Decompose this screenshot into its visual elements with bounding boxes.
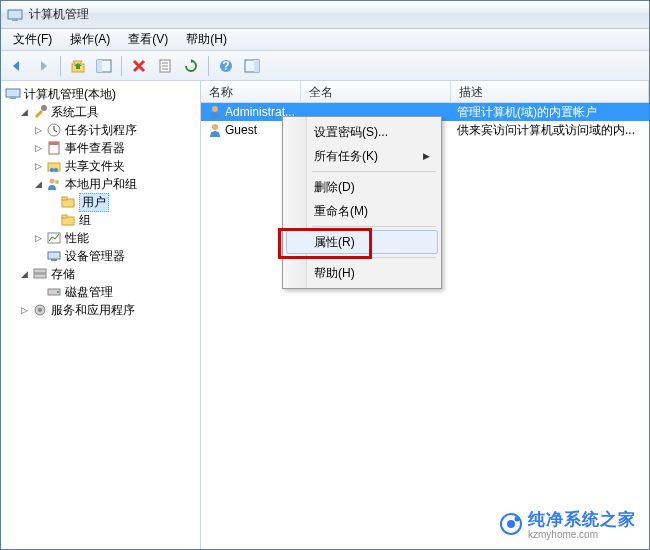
menubar: 文件(F) 操作(A) 查看(V) 帮助(H): [1, 29, 649, 51]
svg-rect-1: [12, 19, 18, 21]
menu-help[interactable]: 帮助(H): [286, 261, 438, 285]
tree-label: 事件查看器: [65, 140, 125, 157]
svg-rect-12: [254, 60, 259, 72]
refresh-button[interactable]: [179, 54, 203, 78]
menu-delete[interactable]: 删除(D): [286, 175, 438, 199]
tree-label: 任务计划程序: [65, 122, 137, 139]
svg-point-37: [212, 106, 218, 112]
properties-button[interactable]: [153, 54, 177, 78]
svg-point-20: [50, 168, 54, 172]
tree-label: 磁盘管理: [65, 284, 113, 301]
tree-label: 性能: [65, 230, 89, 247]
up-button[interactable]: [66, 54, 90, 78]
toolbar-separator: [60, 56, 61, 76]
user-icon: [207, 122, 223, 138]
menu-properties[interactable]: 属性(R): [286, 230, 438, 254]
show-hide-tree-button[interactable]: [92, 54, 116, 78]
column-description[interactable]: 描述: [451, 81, 649, 102]
tree-label: 组: [79, 212, 91, 229]
tree-label: 共享文件夹: [65, 158, 125, 175]
menu-label: 帮助(H): [314, 265, 355, 282]
tree-label: 系统工具: [51, 104, 99, 121]
svg-point-23: [55, 180, 59, 184]
tree-storage[interactable]: ◢ 存储: [3, 265, 198, 283]
tree-label: 本地用户和组: [65, 176, 137, 193]
tools-icon: [32, 104, 48, 120]
svg-rect-27: [62, 215, 67, 218]
shared-folder-icon: [46, 158, 62, 174]
menu-help[interactable]: 帮助(H): [178, 29, 235, 50]
menu-label: 所有任务(K): [314, 148, 378, 165]
menu-action[interactable]: 操作(A): [62, 29, 118, 50]
tree-label: 服务和应用程序: [51, 302, 135, 319]
tree-label: 存储: [51, 266, 75, 283]
svg-text:?: ?: [222, 59, 229, 73]
expand-spacer: [33, 251, 44, 262]
cell-description: 管理计算机(域)的内置帐户: [451, 104, 649, 121]
expand-spacer: [33, 287, 44, 298]
context-menu: 设置密码(S)... 所有任务(K)▶ 删除(D) 重命名(M) 属性(R) 帮…: [282, 116, 442, 289]
tree-services-apps[interactable]: ▷ 服务和应用程序: [3, 301, 198, 319]
tree-local-users[interactable]: ◢ 本地用户和组: [3, 175, 198, 193]
delete-button[interactable]: [127, 54, 151, 78]
tree-device-manager[interactable]: 设备管理器: [3, 247, 198, 265]
collapse-icon[interactable]: ◢: [19, 269, 30, 280]
svg-rect-32: [34, 274, 46, 278]
forward-button[interactable]: [31, 54, 55, 78]
menu-view[interactable]: 查看(V): [120, 29, 176, 50]
tree-event-viewer[interactable]: ▷ 事件查看器: [3, 139, 198, 157]
expand-spacer: [47, 215, 58, 226]
menu-label: 删除(D): [314, 179, 355, 196]
menu-set-password[interactable]: 设置密码(S)...: [286, 120, 438, 144]
tree-disk-management[interactable]: 磁盘管理: [3, 283, 198, 301]
column-name[interactable]: 名称: [201, 81, 301, 102]
collapse-icon[interactable]: ◢: [33, 179, 44, 190]
tree-task-scheduler[interactable]: ▷ 任务计划程序: [3, 121, 198, 139]
svg-rect-29: [48, 252, 60, 259]
svg-rect-30: [51, 259, 57, 261]
device-icon: [46, 248, 62, 264]
context-menu-separator: [312, 257, 436, 258]
expand-icon[interactable]: ▷: [33, 233, 44, 244]
menu-file[interactable]: 文件(F): [5, 29, 60, 50]
svg-rect-31: [34, 269, 46, 273]
clock-icon: [46, 122, 62, 138]
tree-system-tools[interactable]: ◢ 系统工具: [3, 103, 198, 121]
svg-point-36: [38, 308, 42, 312]
collapse-icon[interactable]: ◢: [19, 107, 30, 118]
cell-name: Guest: [225, 123, 257, 137]
disk-icon: [46, 284, 62, 300]
svg-rect-13: [6, 89, 20, 97]
tree-label: 设备管理器: [65, 248, 125, 265]
back-button[interactable]: [5, 54, 29, 78]
svg-rect-14: [10, 97, 16, 99]
expand-spacer: [47, 197, 58, 208]
tree-groups[interactable]: 组: [3, 211, 198, 229]
svg-rect-0: [8, 10, 22, 19]
svg-rect-19: [48, 163, 60, 171]
menu-all-tasks[interactable]: 所有任务(K)▶: [286, 144, 438, 168]
watermark: 纯净系统之家 kzmyhome.com: [500, 508, 636, 540]
tree-performance[interactable]: ▷ 性能: [3, 229, 198, 247]
services-icon: [32, 302, 48, 318]
folder-icon: [60, 194, 76, 210]
toolbar-separator: [121, 56, 122, 76]
expand-icon[interactable]: ▷: [33, 161, 44, 172]
tree-pane[interactable]: 计算机管理(本地) ◢ 系统工具 ▷ 任务计划程序 ▷ 事件查看器 ▷ 共享文件…: [1, 81, 201, 549]
action-pane-button[interactable]: [240, 54, 264, 78]
menu-rename[interactable]: 重命名(M): [286, 199, 438, 223]
expand-icon[interactable]: ▷: [19, 305, 30, 316]
event-icon: [46, 140, 62, 156]
help-button[interactable]: ?: [214, 54, 238, 78]
expand-icon[interactable]: ▷: [33, 125, 44, 136]
expand-icon[interactable]: ▷: [33, 143, 44, 154]
watermark-text: 纯净系统之家 kzmyhome.com: [528, 508, 636, 540]
titlebar: 计算机管理: [1, 1, 649, 29]
toolbar-separator: [208, 56, 209, 76]
tree-shared-folders[interactable]: ▷ 共享文件夹: [3, 157, 198, 175]
tree-root[interactable]: 计算机管理(本地): [3, 85, 198, 103]
folder-icon: [60, 212, 76, 228]
tree-users[interactable]: 用户: [3, 193, 198, 211]
column-fullname[interactable]: 全名: [301, 81, 451, 102]
app-icon: [7, 7, 23, 23]
